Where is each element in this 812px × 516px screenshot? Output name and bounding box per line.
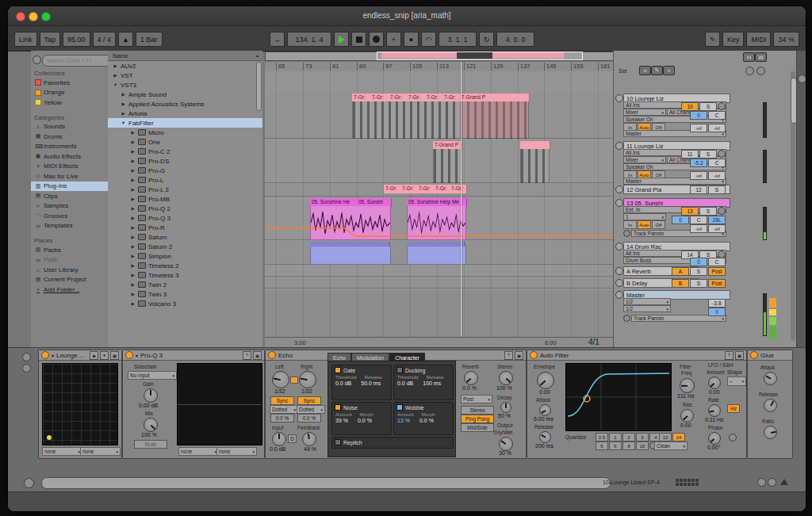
ping-pong-mode-button[interactable]: Ping Pong [461, 415, 494, 423]
capture-midi-button[interactable]: + [386, 32, 401, 47]
offset-left-field[interactable]: 0.0 % [270, 414, 294, 422]
solo-button[interactable]: S [690, 279, 707, 288]
res-value[interactable]: 0.00 [680, 422, 691, 428]
quantize-8-button[interactable]: 8 [622, 441, 635, 450]
unfold-params-icon[interactable]: ▣ [110, 351, 119, 360]
mix-knob[interactable] [144, 418, 158, 432]
browser-toggle-icon[interactable] [33, 55, 41, 64]
status-circle-icon[interactable] [768, 478, 776, 487]
automation-line[interactable] [265, 198, 613, 239]
collection-yellow[interactable]: Yellow [31, 97, 108, 108]
time-ruler[interactable]: 3:00 6:00 4/1 [265, 337, 613, 348]
lfo-phase-value[interactable]: 0.00° [707, 445, 720, 450]
height-button[interactable]: H [743, 52, 755, 62]
attack-knob[interactable] [539, 404, 551, 416]
tree-item-simplon[interactable]: ▶Simplon [108, 251, 262, 261]
sidechain-left-dropdown[interactable]: none [42, 447, 82, 456]
tree-item-pro-g[interactable]: ▶Pro-G [108, 166, 262, 175]
track-header-12[interactable]: 12 Grand Pia 12S [615, 185, 762, 196]
send-b-field[interactable]: -inf [708, 124, 726, 132]
noise-morph-value[interactable]: 0.0 % [358, 418, 372, 423]
quantize-16-button[interactable]: 16 [636, 441, 649, 450]
track-number[interactable]: A [672, 267, 689, 276]
lfo-amount-value[interactable]: 0.00 [709, 389, 720, 395]
monitor-off-button[interactable]: Off [652, 220, 665, 229]
place-push[interactable]: ▭Push [31, 255, 108, 266]
filter-freq-value[interactable]: 211 Hz [677, 393, 695, 399]
tree-item-saturn2[interactable]: ▶Saturn 2 [108, 242, 262, 251]
track-fold-icon[interactable] [615, 185, 623, 193]
hot-swap-icon[interactable]: ◆ [90, 351, 98, 360]
send-a-field[interactable]: -inf [690, 171, 707, 180]
pre-post-toggle[interactable]: Post [708, 279, 726, 288]
lfo-shape-dropdown[interactable]: ~ [727, 376, 746, 386]
send-b-field[interactable]: -inf [708, 171, 726, 180]
clip[interactable]: 7-Gr: [384, 185, 402, 193]
time-signature-field[interactable]: 4 / 4 [93, 32, 117, 47]
status-circle-icon[interactable] [757, 478, 766, 487]
quantize-6-button[interactable]: 6 [609, 441, 622, 450]
solo-button[interactable]: S [699, 207, 717, 216]
reverb-value[interactable]: 0.0 % [462, 385, 477, 391]
sidechain-right-dropdown[interactable]: none [80, 447, 121, 456]
tree-item-volcano3[interactable]: ▶Volcano 3 [108, 299, 262, 308]
info-view-toggle-icon[interactable] [24, 478, 34, 488]
tree-column-header[interactable]: Name▲ [108, 51, 262, 61]
pan-field[interactable]: C [708, 159, 726, 167]
key-map-button[interactable]: Key [722, 32, 745, 47]
sync-mode-left-dropdown[interactable]: Dotted [270, 405, 298, 414]
wobble-morph-value[interactable]: 0.0 % [419, 418, 434, 423]
tree-item-saturn[interactable]: ▶Saturn [108, 232, 262, 242]
lfo-amount-knob[interactable] [708, 376, 721, 389]
reverb-position-dropdown[interactable]: Post [461, 395, 492, 403]
gate-release-value[interactable]: 50.0 ms [361, 380, 381, 386]
help-icon[interactable]: ? [243, 351, 251, 360]
arm-button[interactable] [718, 102, 726, 110]
locator-add-icon[interactable]: + [663, 66, 675, 75]
collection-favorites[interactable]: Favorites [31, 78, 108, 88]
add-folder-link[interactable]: +Add Folder... [31, 285, 108, 295]
tempo-field[interactable]: 95.00 [63, 32, 90, 47]
sidebar-item-grooves[interactable]: ◠Grooves [31, 211, 108, 221]
return-lane-b[interactable] [265, 278, 613, 289]
slope-24-button[interactable]: 24 [672, 433, 685, 441]
loop-icon[interactable]: ↻ [479, 32, 494, 47]
tree-item-ample-sound[interactable]: ▶Ample Sound [108, 90, 262, 99]
lfo-rate-value[interactable]: 0.11 Hz [705, 417, 724, 422]
sidechain-input-dropdown[interactable]: No Input [128, 371, 177, 380]
track-fold-icon[interactable] [615, 291, 623, 299]
clip-view-icon[interactable] [22, 364, 31, 373]
help-icon[interactable]: ? [725, 351, 733, 360]
stereo-width-knob[interactable] [499, 371, 513, 385]
glue-attack-knob[interactable] [764, 372, 777, 385]
plugin-window-icon[interactable]: ▣ [253, 351, 262, 360]
quantize-menu[interactable]: 1 Bar [136, 32, 163, 47]
track-number[interactable]: 11 [681, 150, 699, 159]
tree-item-timeless2[interactable]: ▶Timeless 2 [108, 261, 262, 270]
ducking-toggle-icon[interactable] [396, 367, 403, 373]
tree-item-pro-mb[interactable]: ▶Pro-MB [108, 194, 262, 204]
repitch-toggle-icon[interactable] [335, 439, 341, 445]
tree-item-timeless3[interactable]: ▶Timeless 3 [108, 270, 262, 280]
loop-start-field[interactable]: 3. 1. 1 [439, 32, 477, 47]
track-header-13[interactable]: 13 05. Sunshi Ext. In 1 InAutoOff Track … [615, 198, 762, 239]
tree-scrollbar[interactable] [256, 62, 262, 111]
pan-field[interactable]: C [690, 216, 707, 224]
clip[interactable]: 7-Gr: [400, 185, 419, 193]
lfo-rate-knob[interactable] [708, 404, 721, 417]
slope-12-button[interactable]: 12 [659, 433, 672, 441]
master-track-header[interactable]: Master 1/2 1/2 Track Pannin -3.8 0 [615, 290, 762, 337]
tree-item-pro-q2[interactable]: ▶Pro-Q 2 [108, 204, 262, 213]
track-number[interactable]: 10 [681, 102, 699, 111]
sync-mode-right-dropdown[interactable]: Dotted [297, 405, 325, 414]
quantize-0.5-button[interactable]: 0.5 [596, 433, 608, 441]
drive-button[interactable]: D [288, 434, 297, 443]
sidebar-item-drums[interactable]: ▦Drums [31, 132, 108, 142]
midi-clip-body[interactable] [520, 149, 550, 183]
metronome-icon[interactable]: ▲ [118, 32, 133, 47]
sidebar-item-midi-effects[interactable]: ≡MIDI Effects [31, 162, 108, 172]
place-user-library[interactable]: ⌂User Library [31, 265, 108, 275]
reverb-knob[interactable] [464, 371, 478, 385]
arm-button[interactable] [718, 150, 726, 158]
release-knob[interactable] [539, 431, 551, 443]
